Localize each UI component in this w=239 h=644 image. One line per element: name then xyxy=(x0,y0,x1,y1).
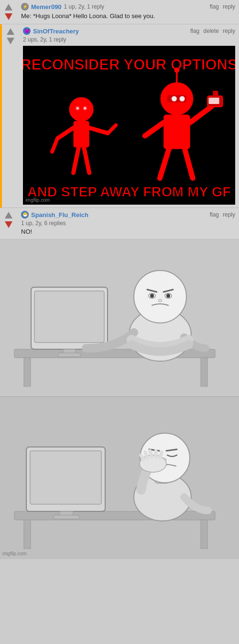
svg-line-63 xyxy=(141,455,143,460)
meme-image: RECONSIDER YOUR OPTIONS AND STEP AWAY FR… xyxy=(23,46,235,205)
comment-header: 😈 SinOfTreachery flag delete reply xyxy=(23,27,235,35)
delete-link[interactable]: delete xyxy=(203,28,219,34)
reply-link[interactable]: reply xyxy=(223,3,235,10)
flag-link[interactable]: flag xyxy=(190,28,199,34)
svg-rect-33 xyxy=(201,358,207,386)
svg-line-64 xyxy=(145,452,147,458)
meme-svg: RECONSIDER YOUR OPTIONS AND STEP AWAY FR… xyxy=(23,46,235,205)
reply-link[interactable]: reply xyxy=(223,211,235,218)
comic-panel-2: imgflip.com xyxy=(0,397,239,559)
svg-text:RECONSIDER YOUR OPTIONS: RECONSIDER YOUR OPTIONS xyxy=(23,56,235,73)
meta-info: 1 up, 2y, 1 reply xyxy=(64,3,105,10)
svg-line-65 xyxy=(150,451,152,457)
svg-point-40 xyxy=(134,270,186,323)
sub-meta: 1 up, 2y, 6 replies xyxy=(21,220,235,227)
svg-point-17 xyxy=(172,96,177,101)
svg-rect-53 xyxy=(30,451,101,504)
svg-rect-8 xyxy=(73,121,89,148)
downvote-button[interactable] xyxy=(6,37,15,45)
reply-link[interactable]: reply xyxy=(223,28,235,34)
downvote-button[interactable] xyxy=(4,12,13,21)
comment-body: 😈 SinOfTreachery flag delete reply 2 ups… xyxy=(19,24,239,208)
comment-spanish-flu: 😷 Spanish_Flu_Reich flag reply 1 up, 2y,… xyxy=(0,208,239,239)
panel-2-svg: imgflip.com xyxy=(0,397,239,559)
comment-body: ⚡ Memer090 1 up, 2y, 1 reply flag reply … xyxy=(17,0,239,24)
username: Memer090 xyxy=(31,3,62,10)
svg-rect-50 xyxy=(24,520,31,549)
svg-rect-35 xyxy=(34,291,104,343)
upvote-button[interactable] xyxy=(4,211,13,219)
vote-column xyxy=(0,208,17,239)
comment-header: ⚡ Memer090 1 up, 2y, 1 reply flag reply xyxy=(21,3,235,10)
svg-rect-37 xyxy=(58,353,80,357)
username: SinOfTreachery xyxy=(33,28,79,35)
svg-rect-26 xyxy=(209,98,219,104)
svg-point-20 xyxy=(174,68,179,73)
svg-rect-21 xyxy=(163,114,190,149)
upvote-button[interactable] xyxy=(6,27,15,36)
comment-meta: ⚡ Memer090 1 up, 2y, 1 reply xyxy=(21,3,104,10)
vote-column xyxy=(0,0,17,24)
comment-meta: 😈 SinOfTreachery xyxy=(23,27,79,35)
svg-point-46 xyxy=(166,294,170,298)
svg-point-45 xyxy=(150,294,154,298)
comment-text: NO! xyxy=(21,228,235,236)
user-icon: 😈 xyxy=(23,27,31,35)
flag-link[interactable]: flag xyxy=(210,3,219,10)
svg-text:imgflip.com: imgflip.com xyxy=(2,551,27,556)
comment-body: 😷 Spanish_Flu_Reich flag reply 1 up, 2y,… xyxy=(17,208,239,239)
user-icon: ⚡ xyxy=(21,3,29,10)
svg-point-47 xyxy=(158,299,162,302)
comment-actions: flag reply xyxy=(210,3,235,10)
comment-actions: flag delete reply xyxy=(190,28,235,34)
comment-meta: 😷 Spanish_Flu_Reich xyxy=(21,211,88,218)
svg-rect-49 xyxy=(14,511,215,520)
svg-point-7 xyxy=(84,107,86,109)
svg-rect-55 xyxy=(54,515,79,519)
username: Spanish_Flu_Reich xyxy=(31,211,88,218)
comic-section: imgflip.com xyxy=(0,239,239,559)
svg-point-18 xyxy=(179,96,185,101)
comment-sinoftreachery: 😈 SinOfTreachery flag delete reply 2 ups… xyxy=(0,24,239,208)
comment-text: Me: *Hugs Loona* Hello Loona. Glad to se… xyxy=(21,12,235,21)
comment-header: 😷 Spanish_Flu_Reich flag reply xyxy=(21,211,235,218)
comment-actions: flag reply xyxy=(210,211,235,218)
svg-text:AND STEP AWAY FROM MY GF: AND STEP AWAY FROM MY GF xyxy=(27,184,231,199)
svg-text:imgflip.com: imgflip.com xyxy=(26,197,50,203)
comment-memer090: ⚡ Memer090 1 up, 2y, 1 reply flag reply … xyxy=(0,0,239,24)
svg-point-3 xyxy=(70,98,93,121)
svg-line-67 xyxy=(160,452,162,458)
svg-rect-25 xyxy=(213,91,218,99)
flag-link[interactable]: flag xyxy=(210,211,219,218)
comments-section: ⚡ Memer090 1 up, 2y, 1 reply flag reply … xyxy=(0,0,239,239)
comic-panel-1 xyxy=(0,239,239,397)
sub-meta: 2 ups, 2y, 1 reply xyxy=(23,36,235,43)
svg-rect-32 xyxy=(24,358,31,386)
user-icon: 😷 xyxy=(21,211,29,218)
vote-column xyxy=(2,24,19,208)
svg-point-6 xyxy=(76,107,78,109)
svg-rect-51 xyxy=(201,520,207,549)
downvote-button[interactable] xyxy=(4,220,13,229)
panel-1-svg xyxy=(0,239,239,397)
upvote-button[interactable] xyxy=(4,3,13,11)
